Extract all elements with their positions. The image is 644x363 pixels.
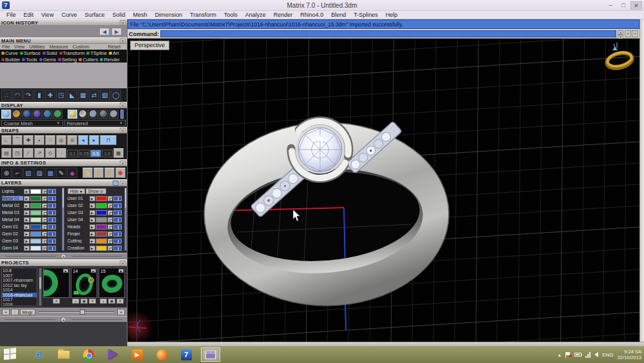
collapse-knob-icon[interactable]: ● (61, 317, 66, 322)
ghosted-mode-icon[interactable] (32, 110, 42, 119)
extrude-icon[interactable]: ▮ (34, 90, 44, 101)
move-up-button[interactable]: ↑ (11, 309, 19, 315)
menubar-item-dimension[interactable]: Dimension (151, 12, 186, 18)
save-icon[interactable]: ▣ (108, 299, 115, 304)
layer-visibility-toggle[interactable] (48, 196, 56, 201)
add-project-button[interactable]: + (2, 309, 10, 315)
lock-icon[interactable] (42, 246, 47, 251)
perp-snap-icon[interactable]: ⊙ (67, 135, 77, 145)
increment-0.1[interactable]: 0.1 (67, 150, 78, 157)
viewport-tab-perspective[interactable]: Perspective (130, 41, 169, 50)
expand-arrow-icon[interactable]: ▶ (24, 189, 30, 194)
lock-icon[interactable] (42, 210, 47, 215)
layer-name[interactable]: Finger (68, 231, 89, 236)
shaded-mode-icon[interactable] (22, 110, 32, 119)
project-item[interactable]: 1018 (2, 302, 37, 307)
add-icon[interactable]: + (72, 299, 79, 304)
project-item[interactable]: 1014 (2, 288, 37, 293)
torus-icon[interactable]: ◯ (111, 90, 121, 101)
main-menu-tab-curve[interactable]: Curve (1, 50, 18, 56)
expand-arrow-icon[interactable]: ▶ (63, 269, 68, 273)
layer-name[interactable]: Metal 03 (2, 210, 23, 215)
folder-import-icon[interactable]: ⇓ (93, 168, 104, 178)
display-options-icon[interactable] (120, 110, 124, 119)
project-item[interactable]: 1007-nhannam (2, 278, 37, 283)
planar-snap-icon[interactable]: ◳ (12, 148, 23, 158)
viewport-3d[interactable]: Perspective (128, 39, 639, 342)
project-arrow-icon[interactable]: ◣ (67, 90, 77, 101)
start-button[interactable] (4, 348, 21, 362)
layer-color-swatch[interactable] (96, 246, 107, 251)
matrix-taskbar-icon[interactable]: 7 (176, 348, 196, 362)
layer-color-swatch[interactable] (30, 210, 41, 215)
projects-header[interactable]: PROJECTS ✕ (0, 259, 127, 266)
expand-arrow-icon[interactable]: ▶ (118, 269, 124, 273)
hide-button[interactable]: Hide● (68, 188, 85, 194)
main-menu-item-utilities[interactable]: Utilities (29, 44, 44, 50)
layer-name[interactable]: Gem 04 (2, 246, 23, 250)
steel-material-icon[interactable] (88, 110, 98, 119)
layer-visibility-toggle[interactable] (48, 203, 56, 208)
main-menu-tab-gems[interactable]: Gems (39, 57, 56, 63)
layers-scrollbar-left[interactable] (62, 188, 64, 251)
layer-visibility-toggle[interactable] (48, 246, 56, 251)
layer-visibility-toggle[interactable] (48, 217, 56, 222)
alert-icon[interactable]: ▲ (82, 168, 93, 178)
show-button[interactable]: Show⊙ (86, 188, 106, 194)
edit-box-icon[interactable]: ▧ (100, 90, 110, 101)
main-menu-item-view[interactable]: View (14, 44, 24, 50)
layer-name[interactable]: Metal 04 (2, 217, 23, 222)
main-menu-tab-art[interactable]: Art (109, 50, 119, 56)
graphite-material-icon[interactable] (99, 110, 108, 119)
layer-visibility-toggle[interactable] (113, 196, 122, 201)
save-icon[interactable]: ▣ (80, 299, 88, 304)
media-player-icon[interactable]: ▶ (128, 348, 147, 362)
increment-0.5[interactable]: 0.5 (90, 150, 101, 157)
lock-icon[interactable] (108, 203, 113, 208)
expand-arrow-icon[interactable]: ▶ (24, 239, 30, 244)
expand-arrow-icon[interactable]: ▶ (90, 196, 95, 201)
menubar-item-help[interactable]: Help (382, 12, 402, 18)
main-menu-tab-tspline[interactable]: TSpline (86, 50, 106, 56)
ortho-toggle[interactable]: ⊓ (100, 135, 117, 145)
expand-arrow-icon[interactable]: ▶ (24, 203, 30, 208)
explorer-icon[interactable] (54, 348, 73, 362)
network-signal-icon[interactable] (585, 352, 591, 358)
expand-arrow-icon[interactable]: ▶ (90, 239, 95, 244)
main-menu-item-measure[interactable]: Measure (49, 44, 68, 50)
clock[interactable]: 9:24 SA 22/10/2013 (617, 349, 641, 360)
layer-color-swatch[interactable] (96, 203, 107, 208)
layer-visibility-toggle[interactable] (113, 224, 122, 230)
history-next-icon[interactable]: › (632, 30, 638, 37)
layer-name[interactable]: Creation (68, 246, 89, 250)
menubar-item-edit[interactable]: Edit (20, 12, 38, 18)
expand-arrow-icon[interactable]: ▶ (24, 231, 30, 237)
layer-color-swatch[interactable] (30, 189, 41, 194)
action-center-flag-icon[interactable] (565, 352, 571, 358)
layer-color-swatch[interactable] (30, 246, 41, 251)
layer-name[interactable]: Gem 03 (2, 239, 23, 243)
layer-name[interactable]: Heads (68, 224, 89, 229)
project-item[interactable]: 1017 (2, 297, 37, 302)
gem-snap-icon[interactable]: ◇ (45, 148, 55, 158)
lock-icon[interactable] (42, 217, 47, 222)
expand-arrow-icon[interactable]: ▶ (24, 217, 30, 222)
collapse-knob-icon[interactable]: ● (61, 253, 66, 259)
history-back-icon[interactable]: ◀ (99, 28, 109, 35)
menubar-item-tools[interactable]: Tools (220, 12, 242, 18)
main-menu-tab-transform[interactable]: Transform (59, 50, 85, 56)
speaker-icon[interactable] (594, 352, 598, 357)
lock-icon[interactable] (108, 239, 113, 244)
project-item[interactable]: 1007 (2, 273, 37, 279)
layer-color-swatch[interactable] (30, 203, 41, 208)
layer-color-swatch[interactable] (96, 231, 107, 237)
main-menu-tab-surface[interactable]: Surface (20, 50, 41, 56)
add-icon[interactable]: + (100, 299, 107, 304)
record-icon[interactable]: ∙ (56, 148, 66, 158)
expand-arrow-icon[interactable]: ▶ (24, 224, 30, 230)
folder-export-icon[interactable]: ⇑ (104, 168, 115, 178)
slider-handle[interactable] (80, 309, 85, 315)
layer-visibility-toggle[interactable] (113, 217, 122, 222)
icon-history-header[interactable]: ICON HISTORY ✕ (0, 19, 127, 26)
layer-name[interactable]: User 04 (68, 217, 89, 222)
